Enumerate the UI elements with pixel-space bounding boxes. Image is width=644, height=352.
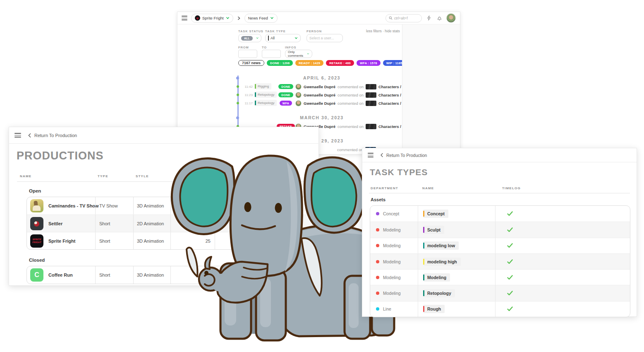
task-type-color-bar	[423, 259, 424, 265]
task-type-row[interactable]: LineRough	[370, 301, 630, 317]
timeline-date-header: MARCH 30, 2023	[235, 113, 408, 122]
timeline-date-label: APRIL 6, 2023	[303, 75, 340, 80]
page-title: TASK TYPES	[370, 167, 428, 177]
task-type-name: Retopology	[427, 291, 451, 296]
to-filter-label: TO	[262, 46, 267, 49]
task-status-badge: WFA	[280, 101, 292, 106]
task-type-row[interactable]: Modelingmodeling high	[370, 253, 630, 269]
timelog-cell	[495, 254, 630, 269]
task-type-name: Rough	[427, 306, 441, 311]
task-type-color-bar	[423, 275, 424, 280]
menu-hamburger-icon[interactable]	[14, 133, 21, 137]
department-name: Modeling	[383, 291, 401, 296]
task-status-filter-label: TASK STATUS	[238, 29, 263, 33]
column-header-name: NAME	[20, 174, 31, 178]
person-select[interactable]: Select a user...	[306, 34, 343, 42]
column-header-timelog: TIMELOG	[502, 186, 521, 190]
task-type-label: Retopology	[258, 93, 274, 96]
menu-hamburger-icon[interactable]	[368, 153, 373, 157]
task-type-row[interactable]: ConceptConcept	[370, 206, 630, 222]
timelog-cell	[495, 270, 630, 285]
column-header-style: STYLE	[136, 174, 149, 178]
entry-action-text: commented on	[338, 93, 364, 97]
entry-status-wrap: WFA	[278, 101, 293, 106]
return-to-production-link[interactable]: Return To Production	[380, 153, 427, 158]
task-type-chip: Retopology	[255, 92, 277, 98]
task-type-color-bar	[423, 227, 424, 233]
timeline-entry-dot	[237, 94, 239, 96]
less-filters-link[interactable]: less filters · hide stats	[366, 29, 400, 33]
department-color-dot	[376, 260, 379, 263]
task-name-cell: Sculpt	[418, 222, 495, 237]
search-placeholder: ctrl+alt+f	[394, 16, 408, 20]
task-type-select[interactable]: All	[265, 34, 301, 42]
search-icon	[389, 16, 393, 20]
entry-time: 11:42	[244, 85, 253, 89]
from-date-input[interactable]	[238, 50, 257, 58]
timeline-entry: 11:17RetopologyWFAGwenaelle Duprécomment…	[235, 99, 408, 107]
task-type-name-chip: Modeling	[423, 273, 450, 282]
menu-hamburger-icon[interactable]	[182, 16, 187, 20]
entity-thumbnail	[366, 92, 376, 98]
department-name: Modeling	[383, 243, 401, 248]
timeline-date-label: MARCH 30, 2023	[300, 115, 343, 120]
timeline-date-header: APRIL 6, 2023	[235, 73, 408, 82]
department-cell: Modeling	[370, 285, 418, 301]
production-dropdown[interactable]: Sprite Fright	[191, 14, 233, 23]
timelog-cell	[495, 222, 630, 237]
production-name: Sprite Fright	[48, 239, 75, 244]
task-name-cell: Rough	[418, 301, 495, 317]
task-status-badge: DONE	[278, 92, 293, 97]
task-type-label: Retopology	[258, 101, 274, 105]
task-type-row[interactable]: ModelingRetopology	[370, 285, 630, 301]
task-status-badge: DONE	[278, 84, 293, 89]
task-type-color-bar	[255, 84, 256, 89]
task-type-color-bar	[423, 306, 424, 312]
quick-actions-icon[interactable]	[426, 15, 432, 22]
timelog-check-icon	[507, 275, 513, 280]
status-count-badge: RETAKE : 460	[326, 60, 354, 66]
task-name-cell: modeling high	[418, 254, 495, 269]
return-to-production-link[interactable]: Return To Production	[28, 133, 77, 138]
task-type-row[interactable]: ModelingSculpt	[370, 222, 630, 237]
task-type-color-bar	[423, 290, 424, 296]
timelog-cell	[495, 238, 630, 253]
task-type-name: modeling low	[427, 243, 455, 248]
department-color-dot	[376, 292, 379, 295]
task-types-section-label: Assets	[371, 197, 385, 202]
task-type-label: Rigging	[258, 84, 269, 88]
task-name-cell: Retopology	[418, 285, 495, 301]
news-feed-topbar: Sprite Fright News Feed ctrl+alt+f	[177, 12, 460, 24]
column-header-department: DEPARTMENT	[371, 186, 398, 190]
page-title: PRODUCTIONS	[17, 149, 104, 162]
status-count-badge: WFA : 1578	[357, 60, 381, 66]
task-type-row[interactable]: Modelingmodeling low	[370, 238, 630, 253]
timelog-check-icon	[507, 227, 513, 232]
timeline-entry: 11:23RetopologyDONEGwenaelle Duprécommen…	[235, 91, 408, 99]
page-dropdown[interactable]: News Feed	[244, 14, 278, 23]
from-filter-label: FROM	[238, 46, 249, 49]
chevron-down-icon	[294, 36, 298, 40]
commenter-name[interactable]: Gwenaelle Dupré	[304, 93, 335, 97]
task-type-name-chip: Retopology	[423, 289, 455, 297]
production-name-cell: Caminandes - TV Show	[27, 197, 95, 215]
entity-thumbnail	[366, 101, 376, 106]
timelog-check-icon	[507, 243, 513, 248]
user-avatar[interactable]	[446, 13, 456, 23]
infos-value: Only comments	[288, 50, 304, 58]
to-date-input[interactable]	[262, 50, 281, 58]
column-header-name: NAME	[422, 186, 434, 190]
entity-thumbnail	[366, 84, 376, 89]
commenter-name[interactable]: Gwenaelle Dupré	[304, 84, 335, 89]
search-input[interactable]: ctrl+alt+f	[385, 14, 422, 22]
stats-row: 7167 news DONE : 1206READY : 1429RETAKE …	[238, 60, 406, 66]
commenter-name[interactable]: Gwenaelle Dupré	[304, 101, 335, 106]
task-status-select[interactable]: ALL	[238, 34, 261, 42]
news-total-badge: 7167 news	[238, 60, 264, 66]
task-type-row[interactable]: ModelingModeling	[370, 269, 630, 285]
chevron-down-icon	[256, 36, 259, 40]
notifications-bell-icon[interactable]	[436, 15, 443, 22]
task-type-value: All	[271, 36, 275, 40]
infos-select[interactable]: Only comments	[285, 50, 312, 58]
department-color-dot	[376, 244, 379, 247]
